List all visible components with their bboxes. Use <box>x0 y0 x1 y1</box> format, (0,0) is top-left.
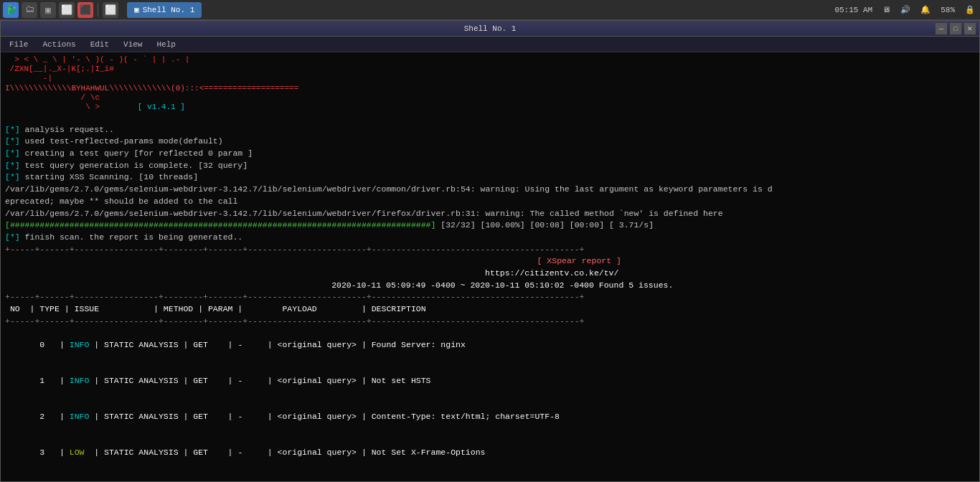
taskbar-battery: 58% <box>938 6 957 14</box>
table-border-top: +-----+------+-----------------+--------… <box>5 244 975 256</box>
ascii-art-line4: I\\\\\\\\\\\\\BYHAHWUL\\\\\\\\\\\\\(0)::… <box>5 84 975 93</box>
finish-line: [*] finish scan. the report is being gen… <box>5 232 975 244</box>
table-row-3: 3 | LOW | STATIC ANALYSIS | GET | - | <o… <box>5 435 975 471</box>
table-col-headers: NO | TYPE | ISSUE | METHOD | PARAM | PAY… <box>5 303 975 316</box>
status-line-3: [*] creating a test query [for reflected… <box>5 148 975 160</box>
taskbar-icon-screen[interactable]: ⬜ <box>103 2 118 18</box>
table-row-0: 0 | INFO | STATIC ANALYSIS | GET | - | <… <box>5 327 975 363</box>
warning-line-1: /var/lib/gems/2.7.0/gems/selenium-webdri… <box>5 184 975 196</box>
report-date: 2020-10-11 05:09:49 -0400 ~ 2020-10-11 0… <box>5 280 975 292</box>
taskbar-app-icon: ▣ <box>134 5 139 14</box>
taskbar-time: 05:15 AM <box>832 6 875 14</box>
warning-line-2: eprecated; maybe ** should be added to t… <box>5 196 975 208</box>
taskbar-icon-terminal[interactable]: ▣ <box>40 2 56 18</box>
taskbar-right: 05:15 AM 🖥 🔊 🔔 58% 🔒 <box>832 5 977 14</box>
taskbar-icon-browser[interactable]: ⬜ <box>59 2 75 18</box>
ascii-art-line3: -| <box>5 74 975 83</box>
table-row-2: 2 | INFO | STATIC ANALYSIS | GET | - | <… <box>5 399 975 435</box>
taskbar-icon-files[interactable]: 🗂 <box>22 2 37 18</box>
table-header-sep-2: +-----+------+-----------------+--------… <box>5 316 975 328</box>
window-title: Shell No. 1 <box>464 24 517 33</box>
status-line-1: [*] analysis request.. <box>5 124 975 136</box>
status-line-4: [*] test query generation is complete. [… <box>5 160 975 172</box>
table-header-sep-1: +-----+------+-----------------+--------… <box>5 291 975 303</box>
menu-edit[interactable]: Edit <box>88 39 112 50</box>
taskbar-app-shell[interactable]: ▣ Shell No. 1 <box>127 2 202 18</box>
maximize-button[interactable]: □ <box>950 23 961 34</box>
ascii-art-line6: \ > [ v1.4.1 ] <box>5 103 975 112</box>
minimize-button[interactable]: ─ <box>936 23 947 34</box>
window-titlebar: Shell No. 1 ─ □ ✕ <box>1 21 979 37</box>
menu-help[interactable]: Help <box>154 39 178 50</box>
status-line-2: [*] used test-reflected-params mode(defa… <box>5 136 975 148</box>
taskbar-divider <box>98 4 98 16</box>
terminal-window: Shell No. 1 ─ □ ✕ File Actions Edit View… <box>0 20 980 482</box>
menubar: File Actions Edit View Help <box>1 37 979 52</box>
status-line-5: [*] starting XSS Scanning. [10 threads] <box>5 171 975 184</box>
taskbar-icon-red[interactable]: ⬛ <box>77 2 93 18</box>
menu-actions[interactable]: Actions <box>39 39 78 50</box>
taskbar-volume-icon: 🔊 <box>898 5 913 14</box>
terminal-content[interactable]: > < \ _ \ | '- \ )( - )( - ` | | .- | /Z… <box>1 52 979 481</box>
menu-view[interactable]: View <box>121 39 145 50</box>
taskbar-monitor-icon: 🖥 <box>880 5 892 14</box>
taskbar: 🐉 🗂 ▣ ⬜ ⬛ ⬜ ▣ Shell No. 1 05:15 AM 🖥 🔊 🔔… <box>0 0 980 20</box>
ascii-art-line1: > < \ _ \ | '- \ )( - )( - ` | | .- | <box>5 55 975 65</box>
taskbar-bell-icon: 🔔 <box>918 5 933 14</box>
progress-bar: [#######################################… <box>5 219 975 232</box>
table-row-4: 4 | INFO | STATIC ANALYSIS | GET | - | <… <box>5 471 975 481</box>
menu-file[interactable]: File <box>6 39 31 50</box>
window-controls: ─ □ ✕ <box>936 23 976 34</box>
warning-line-3: /var/lib/gems/2.7.0/gems/selenium-webdri… <box>5 208 975 220</box>
taskbar-app-label: Shell No. 1 <box>143 6 195 14</box>
taskbar-icon-kali[interactable]: 🐉 <box>3 2 19 18</box>
ascii-art-line2: /ZXN[__|._X-|K[;.|I_i# <box>5 65 975 74</box>
table-row-1: 1 | INFO | STATIC ANALYSIS | GET | - | <… <box>5 363 975 399</box>
report-url: https://citizentv.co.ke/tv/ <box>5 268 975 280</box>
ascii-art-line5: / \c <box>5 93 975 103</box>
report-header: [ XSpear report ] <box>5 255 975 268</box>
close-button[interactable]: ✕ <box>964 23 976 34</box>
taskbar-lock-icon: 🔒 <box>963 5 977 14</box>
